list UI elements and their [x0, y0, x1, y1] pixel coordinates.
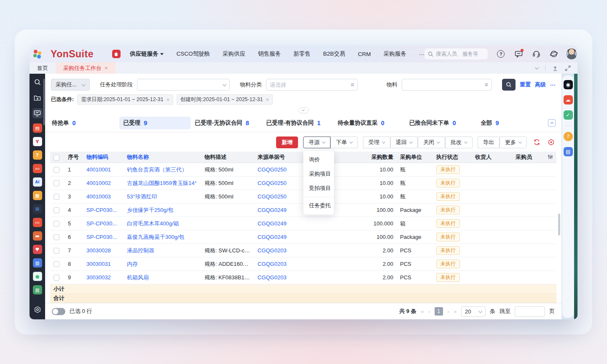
- filter-search-button[interactable]: [502, 79, 516, 91]
- source-doc-link[interactable]: CGQG0249: [258, 207, 287, 213]
- app-orders-icon[interactable]: ▬: [33, 231, 42, 241]
- doc-tray-icon[interactable]: ▤: [564, 147, 573, 156]
- headset-support-icon[interactable]: [532, 49, 541, 59]
- source-doc-link[interactable]: CGQG0250: [258, 180, 287, 186]
- sidebar-search-icon[interactable]: [32, 77, 43, 87]
- menu-item-2[interactable]: 竞拍项目: [304, 181, 334, 195]
- tab-procurement-task-workbench[interactable]: 采购任务工作台×: [56, 62, 115, 74]
- top-menu-item-2[interactable]: 采购供应: [223, 50, 245, 58]
- sidebar-settings-icon[interactable]: [34, 306, 41, 315]
- sidebar-scrollbar[interactable]: [43, 79, 45, 125]
- material-name-link[interactable]: 内存: [127, 261, 138, 267]
- app-question-icon[interactable]: ?: [33, 150, 42, 160]
- app-report-icon[interactable]: ▥: [33, 258, 42, 268]
- material-name-link[interactable]: 钓鱼台贵宾酒（第三代）: [127, 166, 187, 173]
- filter-more-link[interactable]: ···: [550, 82, 556, 88]
- source-doc-link[interactable]: CGQG0203: [258, 274, 287, 281]
- top-menu-item-5[interactable]: B2B交易: [323, 50, 345, 58]
- row-checkbox[interactable]: [54, 194, 59, 200]
- row-checkbox[interactable]: [54, 167, 59, 173]
- top-menu-item-8[interactable]: ···: [419, 51, 425, 57]
- material-code-link[interactable]: 30030032: [86, 274, 111, 281]
- material-picker-icon[interactable]: ≡: [485, 81, 488, 88]
- top-menu-item-3[interactable]: 销售服务: [258, 50, 281, 58]
- attachment-icon[interactable]: ✓: [564, 110, 573, 120]
- toolbar-button[interactable]: 下单: [330, 136, 358, 148]
- material-code-link[interactable]: 40010001: [86, 166, 111, 173]
- row-checkbox[interactable]: [54, 207, 59, 213]
- next-page-icon[interactable]: ›: [447, 308, 449, 315]
- page-size-select[interactable]: 20: [461, 306, 486, 317]
- source-doc-link[interactable]: CGQG0249: [258, 220, 287, 227]
- status-tab-2[interactable]: 已受理-无协议合同8: [191, 117, 262, 129]
- help-question-icon[interactable]: ?: [564, 132, 573, 141]
- column-filter-icon[interactable]: [548, 154, 553, 160]
- add-button[interactable]: 新增: [276, 136, 298, 148]
- first-page-icon[interactable]: «: [421, 308, 424, 315]
- tab-close-icon[interactable]: ×: [105, 65, 108, 71]
- material-code-link[interactable]: 40010003: [86, 193, 111, 200]
- row-checkbox[interactable]: [54, 275, 59, 281]
- toolbar-button[interactable]: 更多: [500, 136, 527, 148]
- material-input-field[interactable]: [406, 82, 482, 88]
- material-input[interactable]: ≡: [402, 79, 492, 91]
- prev-page-icon[interactable]: ‹: [428, 308, 430, 315]
- source-doc-link[interactable]: CGQG0203: [258, 247, 287, 254]
- menu-item-1[interactable]: 采购项目: [304, 167, 334, 181]
- fullscreen-icon[interactable]: [565, 65, 571, 71]
- help-icon[interactable]: ?: [496, 49, 505, 59]
- app-monitor-icon[interactable]: ▭: [33, 164, 42, 173]
- status-tab-6[interactable]: 全部9: [476, 117, 548, 129]
- top-menu-item-6[interactable]: CRM: [358, 51, 371, 57]
- status-tab-0[interactable]: 待抢单0: [48, 117, 119, 129]
- top-menu-item-0[interactable]: 供应链服务: [130, 50, 164, 58]
- tab-home[interactable]: 首页: [30, 62, 56, 74]
- selection-toggle[interactable]: [52, 308, 65, 315]
- category-picker-icon[interactable]: ≡: [351, 81, 354, 88]
- source-doc-link[interactable]: CGQG0249: [258, 234, 287, 240]
- menu-item-3[interactable]: 任务委托: [304, 198, 334, 213]
- tabs-collapse-icon[interactable]: [535, 65, 539, 70]
- top-menu-item-7[interactable]: 采购服务: [384, 50, 406, 58]
- material-code-link[interactable]: SP-CP030...: [86, 234, 117, 240]
- material-name-link[interactable]: 乡佳缘笋干250g/包: [127, 207, 174, 213]
- global-search-input[interactable]: [436, 51, 484, 57]
- material-code-link[interactable]: 30030031: [86, 261, 111, 267]
- material-name-link[interactable]: 白背毛黑木耳400g/箱: [127, 220, 179, 227]
- top-menu-item-4[interactable]: 新零售: [293, 50, 311, 58]
- remove-condition-icon[interactable]: ×: [266, 97, 269, 103]
- stage-select[interactable]: [137, 79, 230, 91]
- message-icon[interactable]: [514, 49, 523, 59]
- app-favorite-icon[interactable]: ♥: [33, 245, 42, 254]
- global-search[interactable]: [424, 48, 488, 59]
- table-settings-icon[interactable]: [546, 138, 556, 147]
- app-ai-icon[interactable]: AI: [33, 177, 42, 187]
- reset-link[interactable]: 重置: [520, 81, 531, 88]
- last-page-icon[interactable]: »: [454, 308, 457, 315]
- entity-select[interactable]: 采购任...: [51, 79, 90, 91]
- material-name-link[interactable]: 53°珍酒红印: [127, 193, 157, 200]
- sidebar-favorites-icon[interactable]: [32, 93, 43, 103]
- app-blocks-icon[interactable]: ⊞: [33, 204, 42, 214]
- toolbar-button[interactable]: 关闭: [418, 136, 445, 148]
- panel-collapse-icon[interactable]: [548, 119, 556, 127]
- table-scrollbar[interactable]: [558, 214, 560, 236]
- source-doc-link[interactable]: CGQG0203: [258, 261, 287, 267]
- filter-collapse-pill[interactable]: [298, 107, 309, 113]
- material-code-link[interactable]: 30030028: [86, 247, 111, 254]
- toolbar-button[interactable]: 受理: [363, 136, 390, 148]
- category-input[interactable]: ≡: [266, 79, 358, 91]
- app-chart-icon[interactable]: ▥: [33, 285, 42, 294]
- app-calendar-icon[interactable]: ▦: [33, 191, 42, 200]
- status-tab-1[interactable]: 已受理9: [119, 117, 191, 129]
- sidebar-workbench-icon[interactable]: [32, 108, 43, 118]
- material-name-link[interactable]: 液晶控制器: [127, 247, 154, 254]
- status-tab-4[interactable]: 待余量协议直采0: [333, 117, 405, 129]
- row-checkbox[interactable]: [54, 248, 59, 254]
- material-name-link[interactable]: 古越龙山国酿1959青玉版14°: [127, 180, 197, 186]
- menu-item-0[interactable]: 询价: [304, 153, 334, 167]
- source-button[interactable]: 寻源: [303, 136, 330, 148]
- row-checkbox[interactable]: [54, 261, 59, 267]
- top-menu-item-1[interactable]: CSCO驾驶舱: [176, 50, 210, 58]
- row-checkbox[interactable]: [54, 180, 59, 186]
